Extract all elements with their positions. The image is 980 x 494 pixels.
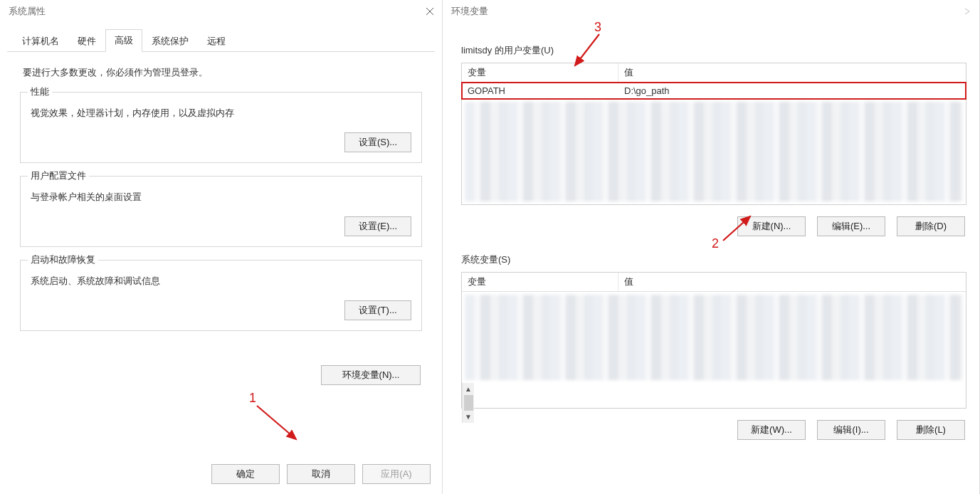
title-right: 环境变量 xyxy=(451,5,488,18)
environment-variables-label: 环境变量(N)... xyxy=(342,369,400,380)
user-vars-buttons: 新建(N)... 编辑(E)... 删除(D) xyxy=(461,205,966,241)
system-vars-label: 系统变量(S) xyxy=(461,253,966,266)
group-startup: 启动和故障恢复 系统启动、系统故障和调试信息 设置(T)... xyxy=(20,260,422,331)
group-profiles-title: 用户配置文件 xyxy=(28,170,89,182)
group-profiles: 用户配置文件 与登录帐户相关的桌面设置 设置(E)... xyxy=(20,176,422,247)
apply-button: 应用(A) xyxy=(362,464,431,484)
system-delete-label: 删除(L) xyxy=(916,424,946,435)
blurred-system-rows xyxy=(465,295,963,380)
scrollbar[interactable]: ▲ ▼ xyxy=(462,383,474,423)
ok-button[interactable]: 确定 xyxy=(211,464,280,484)
user-var-row-gopath[interactable]: GOPATH D:\go_path xyxy=(462,83,966,99)
tab-remote[interactable]: 远程 xyxy=(198,30,235,52)
col-val[interactable]: 值 xyxy=(618,63,966,82)
arrow-icon xyxy=(253,402,303,446)
group-performance: 性能 视觉效果，处理器计划，内存使用，以及虚拟内存 设置(S)... xyxy=(20,92,422,163)
col-val[interactable]: 值 xyxy=(618,273,966,291)
user-edit-button[interactable]: 编辑(E)... xyxy=(817,216,885,236)
performance-settings-label: 设置(S)... xyxy=(359,137,397,147)
system-vars-list[interactable]: 变量 值 ▲ ▼ xyxy=(461,272,966,409)
dialog-footer-left: 确定 取消 应用(A) xyxy=(0,456,442,494)
close-icon[interactable] xyxy=(423,5,436,18)
system-properties-dialog: 系统属性 计算机名 硬件 高级 系统保护 远程 要进行大多数更改，你必须作为管理… xyxy=(0,0,443,494)
tab-computer-name[interactable]: 计算机名 xyxy=(13,30,68,52)
titlebar-left: 系统属性 xyxy=(0,0,442,23)
group-startup-title: 启动和故障恢复 xyxy=(28,254,98,266)
cancel-label: 取消 xyxy=(312,468,330,479)
startup-settings-button[interactable]: 设置(T)... xyxy=(344,300,411,320)
system-edit-button[interactable]: 编辑(I)... xyxy=(817,420,885,440)
group-performance-desc: 视觉效果，处理器计划，内存使用，以及虚拟内存 xyxy=(31,107,411,120)
env-content: limitsdy 的用户变量(U) 变量 值 GOPATH D:\go_path… xyxy=(443,23,979,494)
advanced-content: 要进行大多数更改，你必须作为管理员登录。 性能 视觉效果，处理器计划，内存使用，… xyxy=(0,52,442,456)
user-vars-list[interactable]: 变量 值 GOPATH D:\go_path xyxy=(461,63,966,205)
blurred-user-rows xyxy=(465,102,963,201)
close-icon[interactable] xyxy=(961,5,974,18)
title-left: 系统属性 xyxy=(9,5,46,18)
system-vars-buttons: 新建(W)... 编辑(I)... 删除(L) xyxy=(461,409,966,444)
environment-variables-button[interactable]: 环境变量(N)... xyxy=(321,365,421,385)
group-startup-desc: 系统启动、系统故障和调试信息 xyxy=(31,275,411,288)
profiles-settings-label: 设置(E)... xyxy=(359,221,397,231)
ok-label: 确定 xyxy=(236,468,255,479)
environment-variables-dialog: 环境变量 limitsdy 的用户变量(U) 变量 值 GOPATH D:\go… xyxy=(443,0,980,494)
system-vars-header: 变量 值 xyxy=(462,273,966,292)
user-vars-label: limitsdy 的用户变量(U) xyxy=(461,44,966,57)
tab-system-protection[interactable]: 系统保护 xyxy=(142,30,198,52)
tabs: 计算机名 硬件 高级 系统保护 远程 xyxy=(7,28,435,52)
tab-advanced[interactable]: 高级 xyxy=(105,29,142,52)
user-new-label: 新建(N)... xyxy=(752,221,791,231)
titlebar-right: 环境变量 xyxy=(443,0,979,23)
system-new-label: 新建(W)... xyxy=(751,424,792,435)
scroll-down-icon[interactable]: ▼ xyxy=(464,412,473,421)
col-var[interactable]: 变量 xyxy=(462,63,618,82)
tab-hardware[interactable]: 硬件 xyxy=(68,30,105,52)
profiles-settings-button[interactable]: 设置(E)... xyxy=(344,216,411,236)
apply-label: 应用(A) xyxy=(381,468,411,479)
cancel-button[interactable]: 取消 xyxy=(287,464,355,484)
user-var-name: GOPATH xyxy=(462,84,618,98)
col-var[interactable]: 变量 xyxy=(462,273,618,291)
system-edit-label: 编辑(I)... xyxy=(833,424,868,435)
annotation-1: 1 xyxy=(249,391,256,406)
group-performance-title: 性能 xyxy=(28,86,52,98)
annotation-3: 3 xyxy=(594,20,601,35)
user-new-button[interactable]: 新建(N)... xyxy=(737,216,806,236)
performance-settings-button[interactable]: 设置(S)... xyxy=(344,132,411,152)
user-edit-label: 编辑(E)... xyxy=(832,221,870,231)
group-profiles-desc: 与登录帐户相关的桌面设置 xyxy=(31,191,411,204)
scroll-thumb[interactable] xyxy=(464,395,473,411)
admin-note: 要进行大多数更改，你必须作为管理员登录。 xyxy=(23,66,422,79)
user-delete-label: 删除(D) xyxy=(915,221,947,231)
user-vars-header: 变量 值 xyxy=(462,63,966,83)
startup-settings-label: 设置(T)... xyxy=(359,305,396,315)
user-delete-button[interactable]: 删除(D) xyxy=(897,216,965,236)
system-delete-button[interactable]: 删除(L) xyxy=(897,420,965,440)
svg-line-0 xyxy=(257,406,296,439)
system-new-button[interactable]: 新建(W)... xyxy=(737,420,806,440)
scroll-up-icon[interactable]: ▲ xyxy=(464,384,473,394)
user-var-value: D:\go_path xyxy=(618,84,966,98)
